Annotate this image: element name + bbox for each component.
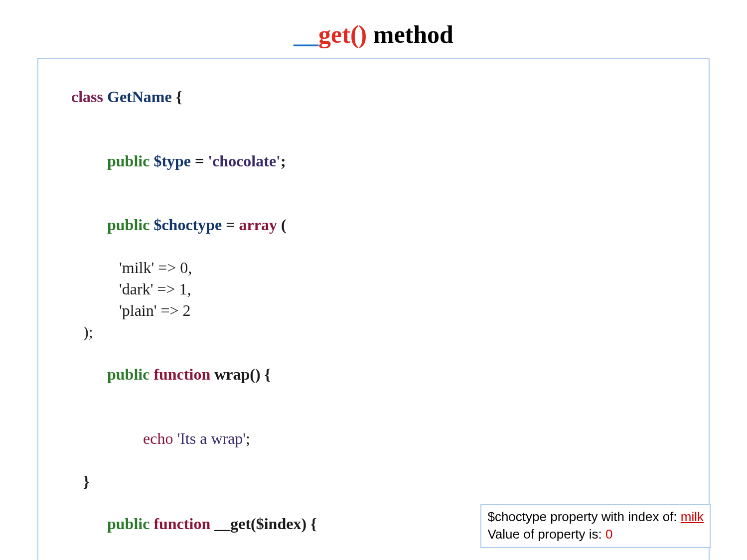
output-value: 0 [605,527,612,542]
var-choctype: $choctype [153,216,226,234]
paren-open: ( [281,216,287,234]
output-text: Value of property is: [487,527,605,542]
slide: __get() method class GetName { public $t… [0,0,747,560]
kw-function: function [153,515,214,533]
title-get: get() [318,20,367,48]
code-block: class GetName { public $type = 'chocolat… [37,58,710,560]
brace-close: } [47,471,700,492]
title-method: method [367,20,453,48]
title-underscore: __ [294,20,318,48]
string-chocolate: 'chocolate' [208,152,281,170]
array-entry-plain: 'plain' => 2 [47,300,700,321]
string-wrap: 'Its a wrap' [177,429,246,447]
kw-function: function [153,365,214,383]
kw-public: public [107,152,153,170]
array-entry-milk: 'milk' => 0, [47,257,700,279]
output-box: $choctype property with index of: milk V… [480,504,711,548]
array-close: ); [47,321,700,343]
semi: ; [281,152,286,170]
brace-open: { [176,88,182,106]
kw-public: public [107,216,153,234]
var-type: $type [153,152,195,170]
kw-public: public [107,365,153,383]
kw-public: public [107,515,153,533]
eq: = [195,152,208,170]
kw-echo: echo [143,429,177,447]
output-line-2: Value of property is: 0 [487,526,704,543]
output-text: $choctype property with index of: [487,509,680,524]
output-line-1: $choctype property with index of: milk [487,508,704,526]
semi: ; [246,429,250,447]
output-link-milk[interactable]: milk [681,509,704,524]
array-entry-dark: 'dark' => 1, [47,279,700,300]
eq: = [226,216,239,234]
slide-title: __get() method [0,20,747,49]
func-get: __get($index) { [214,515,316,533]
kw-class: class [71,88,107,106]
func-wrap: wrap() { [214,365,271,383]
class-name: GetName [107,88,176,106]
kw-array: array [239,216,281,234]
